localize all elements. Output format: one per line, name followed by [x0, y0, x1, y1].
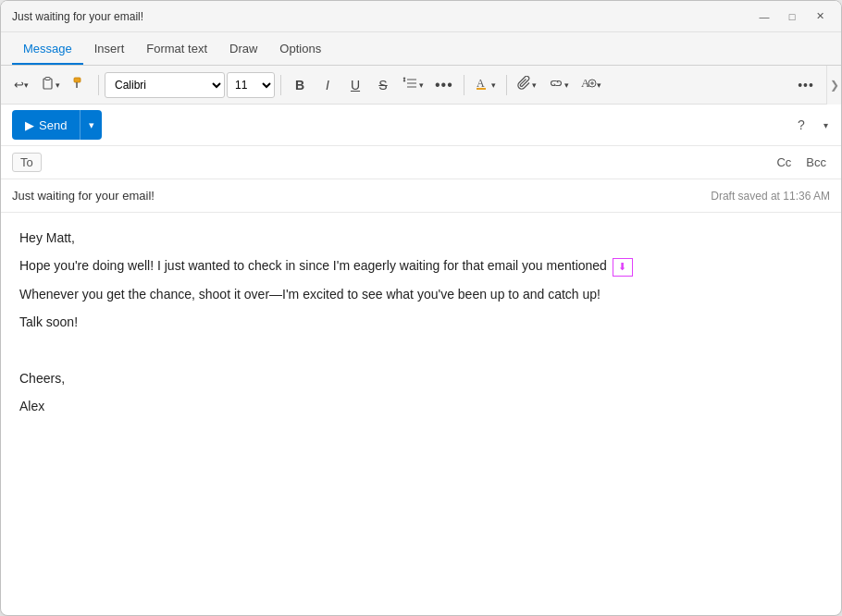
subject-row: Just waiting for your email! Draft saved… — [1, 179, 841, 213]
send-bar: ▶ Send ▾ ? ▾ — [1, 105, 841, 146]
cc-button[interactable]: Cc — [773, 154, 795, 171]
undo-chevron-icon: ▾ — [24, 80, 29, 90]
italic-button[interactable]: I — [315, 71, 341, 99]
attach-chevron-icon: ▾ — [532, 80, 537, 90]
email-body[interactable]: Hey Matt, Hope you're doing well! I just… — [1, 213, 841, 615]
insert-link-button[interactable]: ▾ — [543, 71, 574, 99]
line-spacing-button[interactable]: ▾ — [398, 71, 428, 99]
body-line2: Whenever you get the chance, shoot it ov… — [19, 284, 823, 304]
text-highlight-icon: A — [475, 76, 491, 93]
divider-4 — [506, 75, 507, 95]
tab-format-text[interactable]: Format text — [135, 32, 218, 65]
bold-button[interactable]: B — [287, 71, 313, 99]
bold-icon: B — [295, 78, 304, 92]
italic-icon: I — [326, 78, 329, 92]
send-button-group: ▶ Send ▾ — [12, 110, 102, 140]
strikethrough-button[interactable]: S — [370, 71, 396, 99]
underline-button[interactable]: U — [342, 71, 368, 99]
collapse-icon: ❯ — [830, 79, 839, 92]
minimize-button[interactable]: — — [754, 6, 774, 27]
send-dropdown-button[interactable]: ▾ — [80, 110, 102, 140]
ribbon-tabs: Message Insert Format text Draw Options — [1, 32, 841, 66]
help-button[interactable]: ? — [788, 112, 814, 138]
tab-message[interactable]: Message — [12, 32, 83, 65]
title-bar: Just waiting for your email! — □ ✕ — [1, 1, 841, 32]
text-highlight-button[interactable]: A ▾ — [470, 71, 501, 99]
greeting: Hey Matt, — [19, 228, 823, 248]
body-line1: Hope you're doing well! I just wanted to… — [19, 255, 823, 276]
toolbar-collapse-button[interactable]: ❯ — [826, 66, 841, 105]
send-label: Send — [39, 118, 67, 132]
send-chevron-icon: ▾ — [89, 119, 94, 131]
tab-draw[interactable]: Draw — [218, 32, 268, 65]
svg-rect-1 — [45, 78, 50, 80]
window-title: Just waiting for your email! — [12, 10, 143, 23]
divider-3 — [464, 75, 464, 95]
maximize-button[interactable]: □ — [782, 6, 802, 27]
link-chevron-icon: ▾ — [564, 80, 569, 90]
attach-file-button[interactable]: ▾ — [513, 71, 541, 99]
line-spacing-icon — [402, 76, 419, 93]
clipboard-icon — [41, 76, 56, 93]
divider-2 — [280, 75, 281, 95]
bcc-button[interactable]: Bcc — [802, 154, 830, 171]
to-label[interactable]: To — [12, 153, 42, 172]
subject-text: Just waiting for your email! — [12, 189, 711, 203]
body-line3: Talk soon! — [19, 312, 823, 332]
tab-insert[interactable]: Insert — [83, 32, 136, 65]
undo-icon: ↩ — [14, 78, 24, 92]
strikethrough-icon: S — [378, 78, 387, 92]
divider-1 — [98, 75, 99, 95]
formatting-toolbar: ↩ ▾ ▾ — [1, 66, 826, 105]
attach-icon — [517, 76, 532, 93]
help-chevron-icon: ▾ — [823, 120, 828, 130]
send-button[interactable]: ▶ Send — [12, 110, 80, 140]
send-icon: ▶ — [25, 118, 34, 132]
body-empty-line — [19, 340, 823, 361]
highlight-chevron-icon: ▾ — [491, 80, 496, 90]
body-closing: Cheers, — [19, 368, 823, 388]
format-painter-icon — [72, 76, 87, 93]
underline-icon: U — [351, 78, 360, 92]
more-formatting-button[interactable]: ••• — [430, 71, 458, 99]
window-controls: — □ ✕ — [754, 6, 830, 27]
email-compose-window: Just waiting for your email! — □ ✕ Messa… — [0, 0, 842, 616]
overflow-icon: ••• — [798, 78, 814, 92]
line-spacing-chevron-icon: ▾ — [419, 80, 424, 90]
clipboard-button[interactable]: ▾ — [36, 71, 65, 99]
link-icon — [548, 76, 564, 93]
more-formatting-icon: ••• — [435, 77, 453, 93]
format-painter-button[interactable] — [67, 71, 93, 99]
toolbar-overflow-button[interactable]: ••• — [793, 71, 819, 99]
close-button[interactable]: ✕ — [810, 6, 830, 27]
format-text-button[interactable]: A ▾ — [576, 71, 606, 99]
to-actions: Cc Bcc — [773, 154, 830, 171]
format-text-icon: A — [580, 76, 597, 93]
format-text-chevron-icon: ▾ — [597, 80, 601, 90]
svg-rect-2 — [74, 78, 80, 82]
to-row: To Cc Bcc — [1, 146, 841, 179]
help-icon: ? — [798, 117, 805, 132]
clipboard-chevron-icon: ▾ — [56, 80, 60, 90]
font-size-select[interactable]: 11 10 12 14 — [227, 72, 275, 98]
help-dropdown-button[interactable]: ▾ — [822, 118, 830, 132]
draft-saved-status: Draft saved at 11:36 AM — [711, 190, 830, 203]
undo-button[interactable]: ↩ ▾ — [8, 71, 34, 99]
to-input[interactable] — [49, 155, 774, 169]
body-name: Alex — [19, 396, 823, 416]
tab-options[interactable]: Options — [268, 32, 332, 65]
svg-text:A: A — [477, 77, 485, 90]
inline-action-icon[interactable] — [613, 258, 633, 277]
font-family-select[interactable]: Calibri Arial Times New Roman — [105, 72, 225, 98]
